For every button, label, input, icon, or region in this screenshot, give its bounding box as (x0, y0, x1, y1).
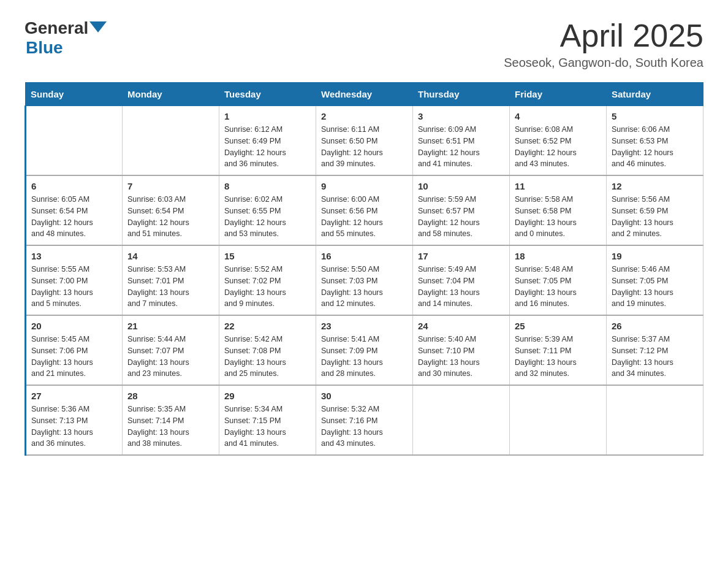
calendar-week-row: 13Sunrise: 5:55 AM Sunset: 7:00 PM Dayli… (26, 245, 703, 315)
day-info: Sunrise: 6:08 AM Sunset: 6:52 PM Dayligh… (515, 124, 601, 170)
day-info: Sunrise: 5:49 AM Sunset: 7:04 PM Dayligh… (418, 264, 504, 310)
day-number: 20 (31, 321, 117, 331)
day-number: 29 (224, 391, 311, 401)
calendar-cell: 29Sunrise: 5:34 AM Sunset: 7:15 PM Dayli… (219, 385, 316, 455)
day-info: Sunrise: 5:56 AM Sunset: 6:59 PM Dayligh… (612, 194, 698, 240)
day-number: 14 (127, 251, 214, 261)
calendar-cell (413, 385, 510, 455)
calendar-cell: 20Sunrise: 5:45 AM Sunset: 7:06 PM Dayli… (26, 315, 123, 385)
logo: General Blue (25, 18, 107, 58)
day-number: 7 (127, 181, 214, 191)
calendar-cell: 1Sunrise: 6:12 AM Sunset: 6:49 PM Daylig… (219, 106, 316, 176)
day-number: 4 (515, 111, 601, 121)
calendar-cell (607, 385, 703, 455)
day-number: 15 (224, 251, 311, 261)
calendar-cell: 9Sunrise: 6:00 AM Sunset: 6:56 PM Daylig… (316, 175, 413, 245)
column-header-thursday: Thursday (413, 83, 510, 106)
day-info: Sunrise: 5:58 AM Sunset: 6:58 PM Dayligh… (515, 194, 601, 240)
calendar-title-block: April 2025 Seoseok, Gangwon-do, South Ko… (504, 18, 703, 70)
day-info: Sunrise: 5:45 AM Sunset: 7:06 PM Dayligh… (31, 334, 117, 380)
day-info: Sunrise: 5:50 AM Sunset: 7:03 PM Dayligh… (321, 264, 408, 310)
day-info: Sunrise: 6:11 AM Sunset: 6:50 PM Dayligh… (321, 124, 408, 170)
day-info: Sunrise: 6:09 AM Sunset: 6:51 PM Dayligh… (418, 124, 504, 170)
day-info: Sunrise: 6:12 AM Sunset: 6:49 PM Dayligh… (224, 124, 311, 170)
day-info: Sunrise: 5:35 AM Sunset: 7:14 PM Dayligh… (127, 404, 214, 450)
logo-blue-text: Blue (26, 38, 63, 58)
calendar-cell: 17Sunrise: 5:49 AM Sunset: 7:04 PM Dayli… (413, 245, 510, 315)
calendar-cell: 30Sunrise: 5:32 AM Sunset: 7:16 PM Dayli… (316, 385, 413, 455)
day-number: 3 (418, 111, 504, 121)
day-info: Sunrise: 5:39 AM Sunset: 7:11 PM Dayligh… (515, 334, 601, 380)
day-info: Sunrise: 6:03 AM Sunset: 6:54 PM Dayligh… (127, 194, 214, 240)
calendar-cell: 11Sunrise: 5:58 AM Sunset: 6:58 PM Dayli… (510, 175, 607, 245)
day-number: 22 (224, 321, 311, 331)
calendar-week-row: 27Sunrise: 5:36 AM Sunset: 7:13 PM Dayli… (26, 385, 703, 455)
calendar-cell: 28Sunrise: 5:35 AM Sunset: 7:14 PM Dayli… (123, 385, 219, 455)
day-number: 1 (224, 111, 311, 121)
calendar-cell (123, 106, 219, 176)
day-number: 6 (31, 181, 117, 191)
calendar-cell: 5Sunrise: 6:06 AM Sunset: 6:53 PM Daylig… (607, 106, 703, 176)
calendar-cell: 15Sunrise: 5:52 AM Sunset: 7:02 PM Dayli… (219, 245, 316, 315)
day-number: 19 (612, 251, 698, 261)
calendar-cell: 18Sunrise: 5:48 AM Sunset: 7:05 PM Dayli… (510, 245, 607, 315)
column-header-monday: Monday (123, 83, 219, 106)
day-info: Sunrise: 6:00 AM Sunset: 6:56 PM Dayligh… (321, 194, 408, 240)
calendar-cell (510, 385, 607, 455)
logo-general-text: General (25, 18, 88, 38)
day-info: Sunrise: 5:59 AM Sunset: 6:57 PM Dayligh… (418, 194, 504, 240)
day-number: 23 (321, 321, 408, 331)
day-info: Sunrise: 6:06 AM Sunset: 6:53 PM Dayligh… (612, 124, 698, 170)
day-info: Sunrise: 5:48 AM Sunset: 7:05 PM Dayligh… (515, 264, 601, 310)
day-number: 30 (321, 391, 408, 401)
day-number: 2 (321, 111, 408, 121)
calendar-cell: 24Sunrise: 5:40 AM Sunset: 7:10 PM Dayli… (413, 315, 510, 385)
calendar-cell: 23Sunrise: 5:41 AM Sunset: 7:09 PM Dayli… (316, 315, 413, 385)
day-number: 25 (515, 321, 601, 331)
calendar-cell: 3Sunrise: 6:09 AM Sunset: 6:51 PM Daylig… (413, 106, 510, 176)
calendar-cell: 13Sunrise: 5:55 AM Sunset: 7:00 PM Dayli… (26, 245, 123, 315)
day-info: Sunrise: 5:44 AM Sunset: 7:07 PM Dayligh… (127, 334, 214, 380)
column-header-wednesday: Wednesday (316, 83, 413, 106)
column-header-tuesday: Tuesday (219, 83, 316, 106)
page-header: General Blue April 2025 Seoseok, Gangwon… (25, 18, 703, 70)
calendar-cell: 14Sunrise: 5:53 AM Sunset: 7:01 PM Dayli… (123, 245, 219, 315)
day-number: 9 (321, 181, 408, 191)
calendar-cell: 21Sunrise: 5:44 AM Sunset: 7:07 PM Dayli… (123, 315, 219, 385)
day-info: Sunrise: 5:52 AM Sunset: 7:02 PM Dayligh… (224, 264, 311, 310)
day-number: 18 (515, 251, 601, 261)
day-info: Sunrise: 5:53 AM Sunset: 7:01 PM Dayligh… (127, 264, 214, 310)
column-header-sunday: Sunday (26, 83, 123, 106)
calendar-cell: 27Sunrise: 5:36 AM Sunset: 7:13 PM Dayli… (26, 385, 123, 455)
calendar-cell: 10Sunrise: 5:59 AM Sunset: 6:57 PM Dayli… (413, 175, 510, 245)
day-number: 26 (612, 321, 698, 331)
day-number: 8 (224, 181, 311, 191)
day-info: Sunrise: 5:32 AM Sunset: 7:16 PM Dayligh… (321, 404, 408, 450)
calendar-cell: 22Sunrise: 5:42 AM Sunset: 7:08 PM Dayli… (219, 315, 316, 385)
calendar-cell: 4Sunrise: 6:08 AM Sunset: 6:52 PM Daylig… (510, 106, 607, 176)
day-info: Sunrise: 5:34 AM Sunset: 7:15 PM Dayligh… (224, 404, 311, 450)
logo-arrow-icon (89, 21, 107, 33)
day-number: 28 (127, 391, 214, 401)
day-info: Sunrise: 6:02 AM Sunset: 6:55 PM Dayligh… (224, 194, 311, 240)
calendar-cell: 16Sunrise: 5:50 AM Sunset: 7:03 PM Dayli… (316, 245, 413, 315)
day-number: 21 (127, 321, 214, 331)
day-info: Sunrise: 5:46 AM Sunset: 7:05 PM Dayligh… (612, 264, 698, 310)
calendar-subtitle: Seoseok, Gangwon-do, South Korea (504, 56, 703, 70)
calendar-cell: 7Sunrise: 6:03 AM Sunset: 6:54 PM Daylig… (123, 175, 219, 245)
day-info: Sunrise: 6:05 AM Sunset: 6:54 PM Dayligh… (31, 194, 117, 240)
day-number: 24 (418, 321, 504, 331)
calendar-week-row: 1Sunrise: 6:12 AM Sunset: 6:49 PM Daylig… (26, 106, 703, 176)
day-number: 16 (321, 251, 408, 261)
calendar-cell: 6Sunrise: 6:05 AM Sunset: 6:54 PM Daylig… (26, 175, 123, 245)
calendar-cell: 26Sunrise: 5:37 AM Sunset: 7:12 PM Dayli… (607, 315, 703, 385)
day-info: Sunrise: 5:55 AM Sunset: 7:00 PM Dayligh… (31, 264, 117, 310)
calendar-cell (26, 106, 123, 176)
day-info: Sunrise: 5:42 AM Sunset: 7:08 PM Dayligh… (224, 334, 311, 380)
calendar-header-row: SundayMondayTuesdayWednesdayThursdayFrid… (26, 83, 703, 106)
day-number: 10 (418, 181, 504, 191)
day-number: 12 (612, 181, 698, 191)
calendar-week-row: 20Sunrise: 5:45 AM Sunset: 7:06 PM Dayli… (26, 315, 703, 385)
day-number: 17 (418, 251, 504, 261)
calendar-cell: 8Sunrise: 6:02 AM Sunset: 6:55 PM Daylig… (219, 175, 316, 245)
